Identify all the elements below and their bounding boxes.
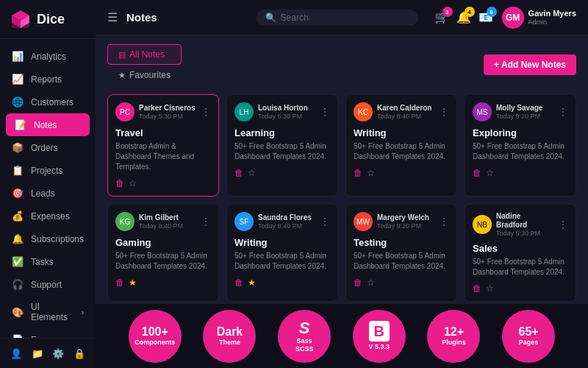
note-card[interactable]: KG Kim Gilbert Today 8:40 PM ⋮ Gaming 50… xyxy=(107,204,219,302)
tab-favourites[interactable]: ★Favourites xyxy=(107,65,182,85)
sidebar-item-reports[interactable]: 📈 Reports xyxy=(0,68,96,91)
note-body: 50+ Free Bootstrap 5 Admin Dashboard Tem… xyxy=(473,141,568,162)
feature-circle-pages[interactable]: 65+ Pages xyxy=(502,310,555,363)
feature-sub: Theme xyxy=(219,339,240,347)
note-card[interactable]: NB Nadine Bradford Today 5:30 PM ⋮ Sales… xyxy=(465,204,576,302)
note-title: Writing xyxy=(354,127,449,138)
content-area: ▤All Notes★Favourites + Add New Notes PC… xyxy=(96,35,588,303)
note-footer: 🗑 ☆ xyxy=(354,168,449,178)
star-icon[interactable]: ☆ xyxy=(367,277,375,288)
note-footer: 🗑 ☆ xyxy=(473,168,568,178)
note-user-name: Parker Cisneros xyxy=(139,104,196,113)
sidebar-item-tasks[interactable]: ✅ Tasks xyxy=(0,250,96,273)
tab-label: All Notes xyxy=(129,49,165,60)
sidebar-item-subscriptions[interactable]: 🔔 Subscriptions xyxy=(0,227,96,250)
topbar: ☰ Notes 🔍 🛒 3 🔔 4 📧 6 GM Gavin Myers xyxy=(96,0,588,35)
feature-circle-components[interactable]: 100+ Components xyxy=(129,310,182,363)
note-time: Today 5:30 PM xyxy=(139,113,196,120)
sidebar-item-support[interactable]: 🎧 Support xyxy=(0,273,96,296)
note-card[interactable]: LH Louisa Horton Today 6:30 PM ⋮ Learnin… xyxy=(226,94,338,197)
cart-icon-button[interactable]: 🛒 3 xyxy=(434,10,449,24)
projects-icon: 📋 xyxy=(12,165,24,176)
note-card[interactable]: MS Molly Savage Today 9:20 PM ⋮ Explorin… xyxy=(465,94,576,197)
note-menu-dots[interactable]: ⋮ xyxy=(320,216,330,227)
note-user-name: Saundra Flores xyxy=(258,213,315,222)
sidebar-nav: 📊 Analytics 📈 Reports 🌐 Customers 📝 Note… xyxy=(0,39,96,338)
delete-icon[interactable]: 🗑 xyxy=(234,168,243,178)
note-menu-dots[interactable]: ⋮ xyxy=(558,219,568,230)
star-icon[interactable]: ☆ xyxy=(129,178,137,188)
note-footer: 🗑 ☆ xyxy=(234,168,330,178)
delete-icon[interactable]: 🗑 xyxy=(354,277,362,288)
sidebar-folder-icon[interactable]: 📁 xyxy=(30,344,46,362)
star-icon[interactable]: ☆ xyxy=(367,168,375,178)
tab-all[interactable]: ▤All Notes xyxy=(107,44,182,65)
note-avatar: KG xyxy=(115,212,135,231)
user-avatar-area[interactable]: GM Gavin Myers Admin xyxy=(502,7,576,29)
sidebar-item-orders[interactable]: 📦 Orders xyxy=(0,136,96,159)
delete-icon[interactable]: 🗑 xyxy=(115,178,124,188)
note-avatar: LH xyxy=(234,102,254,121)
sidebar-item-leads[interactable]: 🎯 Leads xyxy=(0,182,96,205)
alert-icon-button[interactable]: 🔔 4 xyxy=(456,10,471,24)
bootstrap-icon: B xyxy=(369,321,390,342)
note-user-info: Karen Calderon Today 8:40 PM xyxy=(377,104,434,120)
sidebar-item-customers[interactable]: 🌐 Customers xyxy=(0,91,96,113)
note-menu-dots[interactable]: ⋮ xyxy=(201,216,211,227)
chevron-right-icon: › xyxy=(82,308,84,316)
note-menu-dots[interactable]: ⋮ xyxy=(439,106,449,118)
alert-badge: 4 xyxy=(465,7,475,17)
feature-circle-v-5.3.3[interactable]: B V 5.3.3 xyxy=(353,310,406,363)
note-menu-dots[interactable]: ⋮ xyxy=(439,216,449,227)
delete-icon[interactable]: 🗑 xyxy=(354,168,362,178)
delete-icon[interactable]: 🗑 xyxy=(234,277,243,288)
note-card[interactable]: MW Margery Welch Today 9:20 PM ⋮ Testing… xyxy=(345,204,457,302)
add-note-button[interactable]: + Add New Notes xyxy=(484,54,576,75)
star-icon[interactable]: ★ xyxy=(129,277,137,288)
feature-circle-scss[interactable]: S SassSCSS xyxy=(278,310,331,363)
sidebar-item-notes[interactable]: 📝 Notes xyxy=(6,113,90,136)
note-user-info: Nadine Bradford Today 5:30 PM xyxy=(496,212,553,237)
sidebar-item-expenses[interactable]: 💰 Expenses xyxy=(0,205,96,227)
feature-sub: Components xyxy=(135,339,175,347)
note-card[interactable]: PC Parker Cisneros Today 5:30 PM ⋮ Trave… xyxy=(107,94,219,197)
sidebar-item-forms[interactable]: 📄 Forms › xyxy=(0,328,96,338)
feature-circle-theme[interactable]: Dark Theme xyxy=(203,310,256,363)
delete-icon[interactable]: 🗑 xyxy=(115,277,124,288)
note-body: 50+ Free Bootstrap 5 Admin Dashboard Tem… xyxy=(234,251,330,272)
star-icon[interactable]: ★ xyxy=(248,277,256,288)
star-icon[interactable]: ☆ xyxy=(248,168,256,178)
feature-sub: Plugins xyxy=(442,339,466,347)
sidebar-item-projects[interactable]: 📋 Projects xyxy=(0,159,96,182)
note-header: LH Louisa Horton Today 6:30 PM ⋮ xyxy=(234,102,330,121)
sidebar-lock-icon[interactable]: 🔒 xyxy=(72,344,87,362)
feature-circle-plugins[interactable]: 12+ Plugins xyxy=(427,310,480,363)
sidebar-settings-icon[interactable]: ⚙️ xyxy=(51,344,66,362)
note-menu-dots[interactable]: ⋮ xyxy=(558,106,568,118)
sidebar-item-ui-elements[interactable]: 🎨 UI Elements › xyxy=(0,296,96,328)
note-card[interactable]: SF Saundra Flores Today 8:40 PM ⋮ Writin… xyxy=(226,204,338,302)
note-menu-dots[interactable]: ⋮ xyxy=(320,106,330,118)
delete-icon[interactable]: 🗑 xyxy=(473,283,481,294)
sidebar-item-label: Expenses xyxy=(31,211,70,222)
note-user-info: Molly Savage Today 9:20 PM xyxy=(496,104,553,120)
sidebar-item-label: Reports xyxy=(31,74,62,85)
star-icon[interactable]: ☆ xyxy=(486,283,494,294)
mail-icon-button[interactable]: 📧 6 xyxy=(478,10,493,24)
note-title: Writing xyxy=(234,237,330,248)
support-icon: 🎧 xyxy=(12,279,24,290)
star-icon[interactable]: ☆ xyxy=(486,168,494,178)
page-title: Notes xyxy=(126,11,157,24)
sidebar-item-analytics[interactable]: 📊 Analytics xyxy=(0,45,96,68)
notes-header: ▤All Notes★Favourites + Add New Notes xyxy=(107,44,576,85)
delete-icon[interactable]: 🗑 xyxy=(473,168,481,178)
tabs-area: ▤All Notes★Favourites xyxy=(107,44,182,85)
note-menu-dots[interactable]: ⋮ xyxy=(201,106,211,118)
hamburger-button[interactable]: ☰ xyxy=(107,10,118,24)
search-box[interactable]: 🔍 xyxy=(257,10,418,26)
sidebar-user-icon[interactable]: 👤 xyxy=(9,344,24,362)
search-input[interactable] xyxy=(281,13,409,23)
logo-area[interactable]: Dice xyxy=(0,0,96,39)
note-user-info: Parker Cisneros Today 5:30 PM xyxy=(139,104,196,120)
note-card[interactable]: KC Karen Calderon Today 8:40 PM ⋮ Writin… xyxy=(345,94,457,197)
